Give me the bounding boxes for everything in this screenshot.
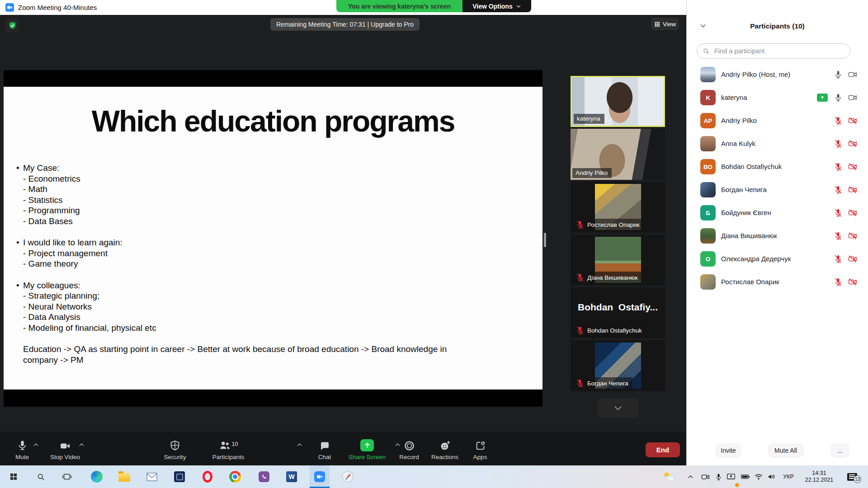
end-meeting-button[interactable]: End (646, 442, 680, 457)
video-tile-andriy-pilko[interactable]: Andriy Pilko (571, 129, 665, 180)
view-options-dropdown[interactable]: View Options (462, 0, 531, 12)
chevron-down-icon (613, 403, 623, 413)
participant-row-boidunyk-yevhen[interactable]: Б Бойдуник Євген (687, 202, 868, 225)
safari-browser-icon (342, 471, 354, 483)
participant-name: Бойдуник Євген (721, 209, 771, 216)
taskbar-app-dark-tile[interactable] (170, 465, 189, 488)
more-videos-button[interactable] (597, 399, 639, 418)
taskbar-app-safari[interactable] (338, 465, 358, 488)
camera-off-icon (848, 231, 857, 240)
participants-options-caret[interactable] (296, 441, 303, 448)
meeting-info-shield-button[interactable] (5, 19, 19, 32)
tray-camera-button[interactable] (699, 465, 712, 488)
participant-name: Ростислав Опарик (721, 278, 779, 286)
video-tile-diana-vyshyvaniuk[interactable]: Діана Вишиванюк (571, 235, 665, 286)
video-tile-bohdan-chepyha[interactable]: Богдан Чепига (571, 340, 665, 391)
video-tile-kateryna[interactable]: kateryna (571, 76, 665, 127)
participant-search-input[interactable] (713, 47, 844, 55)
chat-bubble-icon (319, 441, 330, 451)
tray-overflow-button[interactable] (684, 465, 697, 488)
word-icon (286, 471, 297, 482)
chat-button[interactable]: Chat (311, 438, 338, 460)
slide-sub-item: - Game theory (17, 258, 473, 269)
chrome-browser-icon (229, 471, 241, 483)
participant-search-box (697, 43, 850, 59)
share-screen-button[interactable]: Share Screen (344, 438, 390, 460)
taskbar-search-button[interactable] (31, 465, 51, 488)
taskbar-app-edge[interactable] (87, 465, 107, 488)
meeting-content-area: Remaining Meeting Time: 07:31 | Upgrade … (0, 15, 686, 465)
slide-bullet-heading: My colleagues: (17, 280, 473, 291)
battery-icon (741, 472, 750, 482)
taskbar-app-chrome[interactable] (225, 465, 245, 488)
mic-on-icon (834, 70, 843, 79)
start-button[interactable] (4, 465, 24, 488)
taskbar-app-file-explorer[interactable] (114, 465, 134, 488)
video-tile-bohdan-ostafiychuk[interactable]: Bohdan Ostafiy... Bohdan Ostafiychuk (571, 287, 665, 338)
invite-button[interactable]: Invite (716, 444, 741, 457)
tray-battery-button[interactable] (739, 465, 752, 488)
more-options-button[interactable]: ... (831, 444, 849, 457)
taskbar-app-viber[interactable] (254, 465, 274, 488)
zoom-app-icon (314, 471, 325, 482)
participant-row-rostyslav-oparyk[interactable]: Ростислав Опарик (687, 271, 868, 294)
mic-muted-icon (576, 326, 585, 335)
participant-name: Andriy Pilko (Host, me) (721, 70, 790, 78)
panel-resize-handle[interactable] (544, 233, 546, 247)
participants-button[interactable]: 10 Participants (206, 438, 251, 460)
participants-panel-header: Participants (10) (687, 20, 868, 33)
collapse-panel-chevron[interactable] (699, 22, 707, 29)
clock[interactable]: 14:31 22.12.2021 (800, 465, 838, 488)
slide-sub-item: - Modeling of financial, physical etc (17, 323, 473, 333)
video-options-caret[interactable] (78, 441, 85, 448)
weather-cloud-icon (662, 471, 676, 483)
tray-volume-button[interactable] (765, 465, 778, 488)
camera-off-icon (848, 162, 857, 171)
participant-row-diana-vyshyvaniuk[interactable]: Діана Вишиванюк (687, 225, 868, 248)
avatar (700, 228, 716, 244)
dark-app-tile-icon (174, 471, 185, 482)
participant-row-anna-kulyk[interactable]: Anna Kulyk (687, 132, 868, 155)
slide-content: Which education programs My Case: - Econ… (4, 87, 542, 389)
shield-check-icon (8, 21, 17, 30)
participant-row-oleksandra-dederchuk[interactable]: О Олександра Дедерчук (687, 248, 868, 271)
edge-browser-icon (91, 471, 103, 483)
taskbar-app-word[interactable] (282, 465, 302, 488)
participant-row-andriy-pilko[interactable]: AP Andriy Pilko (687, 109, 868, 132)
record-button[interactable]: Record (395, 438, 424, 460)
view-layout-button[interactable]: View (651, 18, 679, 30)
video-tile-rostyslav-oparyk[interactable]: Ростислав Опарик (571, 182, 665, 233)
video-tile-name-label: Богдан Чепига (572, 377, 632, 389)
tray-wifi-button[interactable] (752, 465, 765, 488)
participant-name: Богдан Чепига (721, 186, 767, 193)
reactions-button[interactable]: Reactions (426, 438, 463, 460)
task-view-button[interactable] (57, 465, 77, 488)
participant-row-bohdan-ostafiychuk[interactable]: BO Bohdan Ostafiychuk (687, 155, 868, 178)
tray-microphone-button[interactable] (712, 465, 724, 488)
search-icon (703, 47, 710, 55)
taskbar-app-opera[interactable] (198, 465, 217, 488)
participant-row-bohdan-chepyha[interactable]: Богдан Чепига (687, 178, 868, 202)
slide-footer-text: Education -> QA as starting point in car… (17, 344, 471, 365)
taskbar-app-zoom[interactable] (310, 465, 330, 488)
mute-all-button[interactable]: Mute All (768, 444, 803, 457)
tray-screen-share-button[interactable] (724, 465, 738, 488)
video-thumbnail-strip: kateryna Andriy Pilko Ростислав Опарик (571, 76, 665, 418)
taskbar-app-mail[interactable] (142, 465, 162, 488)
windows-taskbar: УКР 14:31 22.12.2021 13 (0, 465, 868, 488)
slide-bullet-group: I would like to learn again: - Project m… (17, 237, 473, 269)
apps-button[interactable]: Apps (467, 438, 494, 460)
mute-options-caret[interactable] (33, 441, 39, 448)
mic-muted-icon (576, 379, 585, 388)
weather-tray-button[interactable] (660, 465, 678, 488)
participant-row-andriy-pilko-host[interactable]: Andriy Pilko (Host, me) (687, 63, 868, 86)
participant-name: Anna Kulyk (721, 140, 755, 147)
avatar (700, 136, 716, 151)
mute-button[interactable]: Mute (9, 438, 35, 460)
security-button[interactable]: Security (156, 438, 193, 460)
participant-row-kateryna[interactable]: K kateryna (687, 86, 868, 109)
remaining-time-banner[interactable]: Remaining Meeting Time: 07:31 | Upgrade … (270, 18, 420, 31)
camera-off-icon (848, 254, 857, 263)
language-indicator[interactable]: УКР (778, 465, 798, 488)
action-center-button[interactable]: 13 (842, 465, 863, 488)
